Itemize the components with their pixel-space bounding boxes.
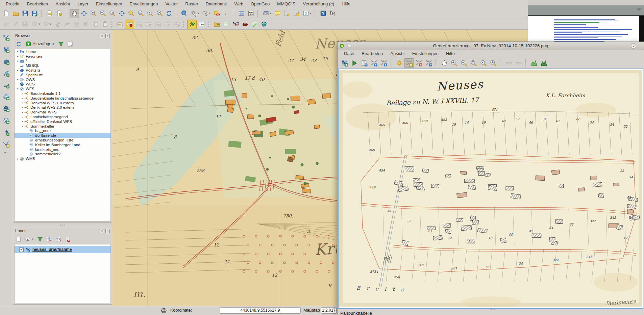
layer-item-neuses-uraufnahme[interactable]: neuses_uraufnahme xyxy=(15,246,110,253)
add-wfs-layer-button[interactable] xyxy=(1,116,11,125)
panel-splitter[interactable] xyxy=(13,224,112,227)
select-by-expression-button[interactable]: ε xyxy=(221,9,231,18)
add-point-button[interactable] xyxy=(404,58,414,68)
new-bookmark-button[interactable] xyxy=(282,9,292,18)
browser-item-wms[interactable]: ▸WMS xyxy=(15,156,110,161)
open-attribute-table-button[interactable] xyxy=(237,9,246,18)
zoom-to-selection-button[interactable] xyxy=(126,9,136,18)
expander-icon[interactable]: ▸ xyxy=(21,106,24,109)
add-delimited-text-button[interactable] xyxy=(1,128,11,137)
new-composer-button[interactable] xyxy=(45,9,54,18)
window-menu-button[interactable] xyxy=(347,44,351,48)
expander-icon[interactable]: ▸ xyxy=(21,111,24,114)
start-georeferencing-button[interactable] xyxy=(349,58,359,68)
browser-item-wcs[interactable]: WCS xyxy=(15,82,110,87)
select-features-button[interactable] xyxy=(200,9,210,18)
browser-item-landkreis-neu[interactable]: landkreis_neu xyxy=(15,147,110,152)
add-wcs-layer-button[interactable] xyxy=(1,104,11,113)
save-gcp-points-button[interactable] xyxy=(379,58,389,68)
layer-visibility-checkbox[interactable] xyxy=(19,247,24,252)
add-postgis-layer-button[interactable] xyxy=(1,57,11,66)
scale-input[interactable]: 1:2.017 xyxy=(321,307,337,314)
expander-icon[interactable]: ▸ xyxy=(16,59,20,62)
browser-item-postgis[interactable]: ▸PostGIS xyxy=(15,68,110,73)
browser-item-ows[interactable]: ▸OWS xyxy=(15,77,110,82)
zoom-next-button[interactable] xyxy=(155,9,164,18)
expander-icon[interactable]: ▾ xyxy=(16,87,20,90)
expand-all-button[interactable] xyxy=(45,235,53,243)
georeferencer-titlebar[interactable]: Georeferenzierung - 07_Ex.Neus.32014-10-… xyxy=(338,42,644,50)
expander-icon[interactable]: ▸ xyxy=(16,55,20,58)
menu-projekt[interactable]: Projekt xyxy=(2,0,23,8)
composer-manager-button[interactable] xyxy=(54,9,64,18)
georef-menu-einstellungen[interactable]: Einstellungen xyxy=(408,50,442,57)
browser-item-spatialite[interactable]: SpatiaLite xyxy=(15,73,110,77)
menu-hilfe[interactable]: Hilfe xyxy=(338,0,354,8)
load-gcp-points-button[interactable] xyxy=(369,58,379,68)
zoom-last-button[interactable] xyxy=(145,9,155,18)
browser-item-baudenkmale-1-1[interactable]: ▸Baudenkmale 1.1 xyxy=(15,91,110,96)
save-project-button[interactable] xyxy=(20,9,30,18)
layer-labeling-button[interactable]: abc xyxy=(115,20,125,29)
georef-menu-datei[interactable]: Datei xyxy=(340,50,358,57)
expander-icon[interactable]: ▸ xyxy=(21,101,24,104)
expander-icon[interactable]: ▸ xyxy=(21,92,24,95)
show-bookmarks-button[interactable] xyxy=(292,9,301,18)
menu-ansicht[interactable]: Ansicht xyxy=(52,0,74,8)
expander-icon[interactable]: ▸ xyxy=(16,78,20,81)
menu-opengeo[interactable]: OpenGeo xyxy=(247,0,273,8)
delete-point-button[interactable] xyxy=(414,58,424,68)
add-vector-layer-button[interactable] xyxy=(1,33,11,43)
deselect-features-button[interactable] xyxy=(212,9,221,18)
browser-item-sommerkeller2[interactable]: sommerkeller2 xyxy=(15,152,110,157)
zoom-native-button[interactable]: 1:1 xyxy=(107,9,117,18)
coordinate-input[interactable]: 4430148.9,5515627.9 xyxy=(220,307,301,314)
expander-icon[interactable]: ▸ xyxy=(16,69,20,72)
open-raster-button[interactable] xyxy=(340,58,349,68)
pin-labels-button[interactable]: abc xyxy=(125,20,134,29)
add-wms-layer-button[interactable] xyxy=(1,92,11,102)
browser-item-erhebungsbogen-liste[interactable]: erhebungsbogen_liste xyxy=(15,138,110,142)
sync-folders-button[interactable] xyxy=(212,20,221,29)
browser-item-mssql[interactable]: MSSQL xyxy=(15,63,110,68)
zoom-to-layer-button[interactable] xyxy=(469,58,478,68)
zoom-out-button[interactable] xyxy=(98,9,107,18)
menu-layer[interactable]: Layer xyxy=(74,0,92,8)
save-project-as-button[interactable] xyxy=(30,9,39,18)
browser-refresh-button[interactable] xyxy=(15,40,23,48)
local-histogram-stretch-button[interactable] xyxy=(539,58,549,68)
menu-bearbeiten[interactable]: Bearbeiten xyxy=(23,0,52,8)
panel-float-button[interactable]: ◇ xyxy=(100,34,104,38)
georef-menu-hilfe[interactable]: Hilfe xyxy=(442,50,459,57)
refresh-map-button[interactable] xyxy=(164,9,174,18)
new-project-button[interactable] xyxy=(1,9,11,18)
add-mssql-layer-button[interactable] xyxy=(1,80,11,90)
browser-item-ba-grenz[interactable]: ba_grenz xyxy=(15,129,110,133)
remove-layer-button[interactable] xyxy=(63,235,71,243)
menu-web[interactable]: Web xyxy=(230,0,247,8)
panel-close-button[interactable]: × xyxy=(105,34,110,38)
expander-icon[interactable]: ▾ xyxy=(21,125,24,128)
window-shade-button[interactable]: v xyxy=(631,43,636,49)
menu-datenbank[interactable]: Datenbank xyxy=(202,0,231,8)
collapse-all-button[interactable] xyxy=(54,235,62,243)
add-spatialite-layer-button[interactable] xyxy=(1,69,11,78)
browser-add-button[interactable]: Hinzufügen xyxy=(24,41,56,47)
expander-icon[interactable]: ▸ xyxy=(16,50,20,53)
browser-item-denkmal-wfs-2-0-extern[interactable]: ▸Denkmal WFS 2.0 extern xyxy=(15,105,110,110)
browser-item-home[interactable]: ▸Home xyxy=(15,49,110,54)
browser-item-item[interactable]: ▸/ xyxy=(15,59,110,63)
menu-verarbeitung-c[interactable]: Verarbeitung (c) xyxy=(299,0,338,8)
new-shapefile-layer-button[interactable] xyxy=(1,139,11,149)
expander-icon[interactable]: ▸ xyxy=(21,120,24,123)
whats-this-button[interactable]: ? xyxy=(328,9,337,18)
browser-item-favoriten[interactable]: ▸Favoriten xyxy=(15,54,110,59)
manage-visibility-dropdown-arrow[interactable]: ▾ xyxy=(32,238,35,241)
menu-mmqgis[interactable]: MMQGIS xyxy=(273,0,299,8)
georef-menu-bearbeiten[interactable]: Bearbeiten xyxy=(358,50,387,57)
pan-to-selection-button[interactable] xyxy=(79,9,89,18)
globe-plugin-button[interactable] xyxy=(259,20,269,29)
browser-item-dorfbraende[interactable]: dorfbraende xyxy=(15,133,110,138)
browser-item-wfs[interactable]: ▾WFS xyxy=(15,86,110,91)
edit-map-plugin-button[interactable] xyxy=(250,20,259,29)
